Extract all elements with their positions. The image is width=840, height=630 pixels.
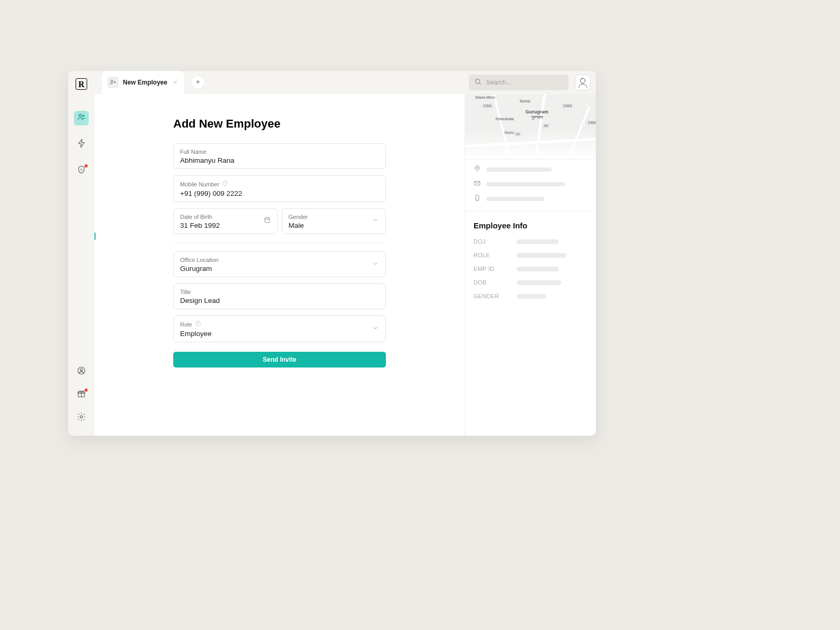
profile-icon (77, 366, 86, 377)
side-panel: Gurugramगुरुग्राम Khandewla Badsa Silana… (465, 94, 596, 436)
main-area: New Employee (94, 71, 596, 436)
full-name-field[interactable]: Full Name Abhimanyu Rana (173, 143, 386, 169)
content: Add New Employee Full Name Abhimanyu Ran… (94, 94, 596, 436)
app-window: R S (68, 71, 596, 436)
people-icon (77, 112, 86, 124)
notification-badge (85, 164, 88, 167)
title-field[interactable]: Title Design Lead (173, 284, 386, 309)
phone-icon (474, 194, 481, 204)
map-city-label: Gurugramगुरुग्राम (526, 110, 549, 120)
chevron-down-icon (372, 260, 379, 269)
svg-line-17 (479, 83, 481, 85)
user-avatar[interactable] (575, 75, 591, 90)
svg-point-8 (80, 416, 83, 418)
form-panel: Add New Employee Full Name Abhimanyu Ran… (94, 94, 465, 436)
dob-field[interactable]: Date of Birth 31 Feb 1992 (173, 208, 278, 234)
add-user-icon (107, 77, 119, 88)
send-invite-button[interactable]: Send Invite (173, 352, 386, 368)
field-value: +91 (999) 009 2222 (180, 190, 379, 197)
svg-point-4 (80, 369, 83, 371)
tab-close-button[interactable] (172, 79, 179, 86)
field-value: Design Lead (180, 297, 379, 304)
field-value: Employee (180, 330, 379, 338)
contact-phone (474, 194, 587, 204)
svg-point-0 (79, 114, 81, 117)
field-value: Abhimanyu Rana (180, 156, 379, 164)
employee-info-block: Employee Info DOJ ROLE EMP ID DOB (465, 211, 596, 316)
field-label: Title (180, 288, 379, 296)
tab-new-employee[interactable]: New Employee (102, 71, 184, 94)
svg-rect-28 (475, 182, 480, 185)
help-icon[interactable] (195, 320, 201, 328)
svg-point-3 (78, 367, 85, 374)
field-label: Office Location (180, 256, 379, 264)
mail-icon (474, 180, 481, 189)
field-value: 31 Feb 1992 (180, 222, 271, 229)
chevron-down-icon (372, 324, 379, 334)
contact-address (474, 165, 587, 174)
calendar-icon[interactable] (264, 216, 271, 226)
tab-label: New Employee (123, 79, 167, 86)
plus-icon (195, 78, 201, 87)
lightning-icon (77, 139, 86, 150)
sidebar-item-rewards[interactable] (74, 387, 89, 402)
svg-rect-21 (265, 218, 269, 223)
page-indicator (94, 233, 96, 240)
info-row-dob: DOB (474, 279, 587, 286)
role-field[interactable]: Role Employee (173, 316, 386, 342)
divider (173, 243, 386, 243)
info-row-gender: GENDER (474, 293, 587, 299)
sidebar-item-activity[interactable] (74, 137, 89, 152)
field-label: Full Name (180, 148, 379, 155)
field-label: Gender (289, 213, 380, 220)
gear-icon (77, 412, 86, 424)
svg-point-20 (225, 184, 225, 185)
chevron-down-icon (372, 216, 379, 226)
sidebar-item-profile[interactable] (74, 364, 89, 379)
map-area-label: Badsa (520, 99, 530, 103)
map-area-label: Silana Micro (475, 96, 496, 100)
field-value: Male (289, 222, 380, 229)
contact-info (465, 160, 596, 211)
sidebar: R S (68, 71, 94, 436)
svg-point-9 (111, 80, 113, 82)
svg-point-27 (477, 167, 478, 169)
map-area-label: Badsa (505, 131, 515, 135)
sidebar-item-settings[interactable] (74, 411, 89, 425)
app-logo[interactable]: R (76, 78, 87, 90)
svg-text:S: S (80, 168, 82, 171)
info-title: Employee Info (474, 221, 587, 230)
help-icon[interactable] (222, 180, 228, 188)
search-field[interactable] (486, 79, 563, 86)
sidebar-item-payroll[interactable]: S (74, 163, 89, 178)
office-location-field[interactable]: Office Location Gurugram (173, 251, 386, 277)
field-label: Mobile Number (180, 180, 379, 188)
search-icon (474, 78, 482, 88)
map-area-label: Khandewla (496, 117, 514, 121)
info-row-empid: EMP ID (474, 266, 587, 272)
add-tab-button[interactable] (192, 76, 204, 89)
sidebar-item-people[interactable] (74, 111, 89, 125)
page-title: Add New Employee (173, 117, 465, 131)
svg-point-26 (197, 325, 198, 326)
info-row-role: ROLE (474, 252, 587, 258)
mobile-field[interactable]: Mobile Number +91 (999) 009 2222 (173, 175, 386, 202)
svg-point-16 (476, 79, 480, 83)
notification-badge (85, 388, 88, 392)
contact-email (474, 180, 587, 189)
svg-point-1 (82, 115, 84, 117)
field-value: Gurugram (180, 265, 379, 272)
topbar: New Employee (94, 71, 596, 94)
search-input[interactable] (469, 75, 569, 90)
field-label: Role (180, 320, 379, 328)
info-row-doj: DOJ (474, 238, 587, 245)
location-pin-icon (474, 165, 481, 174)
gender-field[interactable]: Gender Male (282, 208, 386, 234)
map-preview[interactable]: Gurugramगुरुग्राम Khandewla Badsa Silana… (465, 94, 596, 160)
field-label: Date of Birth (180, 213, 271, 220)
